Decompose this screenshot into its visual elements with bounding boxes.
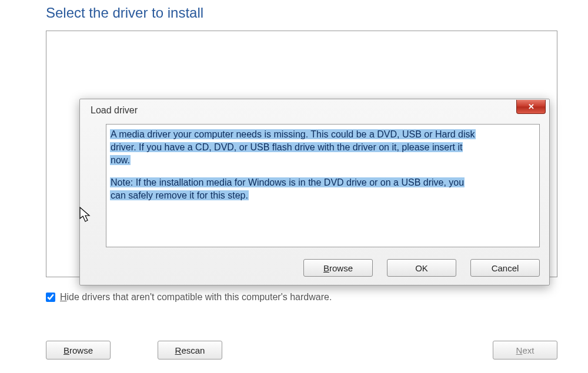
hide-incompatible-label: Hide drivers that aren't compatible with… xyxy=(60,292,332,303)
dialog-titlebar[interactable]: Load driver ✕ xyxy=(80,99,549,122)
dialog-message-line: can safely remove it for this step. xyxy=(110,189,533,202)
bottom-button-row: Browse Rescan Next xyxy=(46,341,557,359)
hide-incompatible-checkbox[interactable] xyxy=(46,293,55,302)
rescan-button[interactable]: Rescan xyxy=(158,341,222,359)
cancel-button[interactable]: Cancel xyxy=(470,259,540,277)
close-icon: ✕ xyxy=(528,103,534,110)
dialog-message-gap xyxy=(110,167,533,176)
browse-button[interactable]: Browse xyxy=(46,341,111,359)
dialog-message-line: now. xyxy=(110,154,533,167)
dialog-body: A media driver your computer needs is mi… xyxy=(106,124,540,247)
dialog-message-line: Note: If the installation media for Wind… xyxy=(110,176,533,189)
page-title: Select the driver to install xyxy=(0,0,588,21)
dialog-message-line: A media driver your computer needs is mi… xyxy=(110,128,533,141)
next-button[interactable]: Next xyxy=(493,341,557,359)
dialog-button-row: Browse OK Cancel xyxy=(303,259,540,277)
dialog-browse-button[interactable]: Browse xyxy=(303,259,373,277)
dialog-title: Load driver xyxy=(91,105,138,116)
ok-button[interactable]: OK xyxy=(387,259,456,277)
load-driver-dialog: Load driver ✕ A media driver your comput… xyxy=(79,99,550,285)
close-button[interactable]: ✕ xyxy=(516,100,546,114)
dialog-message-line: driver. If you have a CD, DVD, or USB fl… xyxy=(110,141,533,154)
hide-incompatible-row[interactable]: Hide drivers that aren't compatible with… xyxy=(46,292,332,303)
